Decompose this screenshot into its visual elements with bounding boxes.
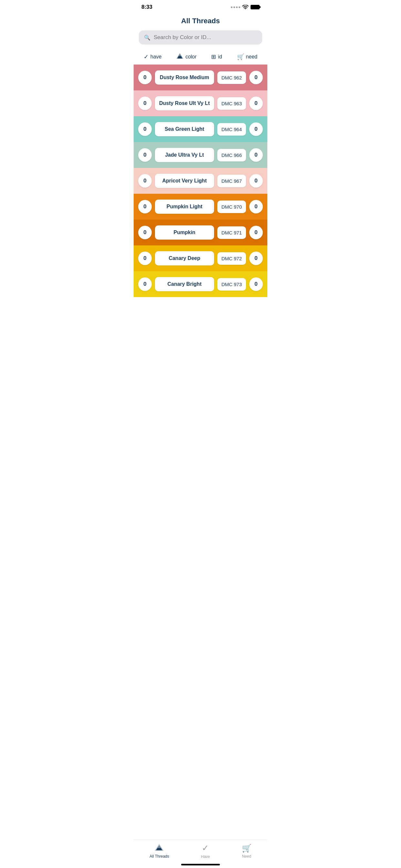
thread-row: 0 Dusty Rose Ult Vy Lt DMC 963 0 bbox=[134, 90, 267, 116]
check-icon: ✓ bbox=[144, 53, 149, 60]
thread-list: 0 Dusty Rose Medium DMC 962 0 0 Dusty Ro… bbox=[134, 65, 267, 326]
thread-row: 0 Canary Bright DMC 973 0 bbox=[134, 271, 267, 297]
filter-have-label: have bbox=[150, 54, 162, 60]
thread-row: 0 Jade Ultra Vy Lt DMC 966 0 bbox=[134, 142, 267, 168]
color-name-button[interactable]: Pumpkin bbox=[155, 225, 214, 240]
battery-icon bbox=[251, 5, 259, 9]
nav-have-icon: ✓ bbox=[202, 843, 209, 853]
thread-row: 0 Sea Green Light DMC 964 0 bbox=[134, 116, 267, 142]
signal-icon bbox=[231, 6, 240, 8]
status-bar: 8:33 bbox=[134, 0, 267, 13]
have-count[interactable]: 0 bbox=[138, 97, 152, 110]
have-count[interactable]: 0 bbox=[138, 252, 152, 265]
have-count[interactable]: 0 bbox=[138, 200, 152, 213]
thread-row: 0 Pumpkin DMC 971 0 bbox=[134, 220, 267, 245]
need-count[interactable]: 0 bbox=[249, 226, 263, 239]
have-count[interactable]: 0 bbox=[138, 226, 152, 239]
filter-color-label: color bbox=[185, 54, 197, 60]
dmc-badge[interactable]: DMC 967 bbox=[217, 175, 246, 187]
filter-bar: ✓ have color ⊞ id 🛒 need bbox=[134, 50, 267, 65]
thread-row: 0 Apricot Very Light DMC 967 0 bbox=[134, 168, 267, 194]
have-count[interactable]: 0 bbox=[138, 122, 152, 136]
color-name-button[interactable]: Dusty Rose Medium bbox=[155, 70, 214, 85]
wifi-icon bbox=[242, 5, 249, 9]
color-name-button[interactable]: Dusty Rose Ult Vy Lt bbox=[155, 96, 214, 111]
nav-have-label: Have bbox=[201, 855, 210, 859]
need-count[interactable]: 0 bbox=[249, 277, 263, 291]
nav-allthreads-label: All Threads bbox=[150, 854, 169, 859]
filter-id[interactable]: ⊞ id bbox=[211, 53, 222, 60]
need-count[interactable]: 0 bbox=[249, 252, 263, 265]
have-count[interactable]: 0 bbox=[138, 148, 152, 162]
have-count[interactable]: 0 bbox=[138, 174, 152, 188]
page-title: All Threads bbox=[134, 17, 267, 25]
color-name-button[interactable]: Jade Ultra Vy Lt bbox=[155, 148, 214, 162]
dmc-badge[interactable]: DMC 970 bbox=[217, 200, 246, 213]
need-count[interactable]: 0 bbox=[249, 97, 263, 110]
dmc-badge[interactable]: DMC 972 bbox=[217, 252, 246, 265]
nav-need-label: Need bbox=[242, 854, 251, 859]
filter-need[interactable]: 🛒 need bbox=[237, 53, 258, 60]
search-container: 🔍 bbox=[134, 30, 267, 50]
color-name-button[interactable]: Pumpkin Light bbox=[155, 199, 214, 214]
dmc-badge[interactable]: DMC 966 bbox=[217, 149, 246, 161]
filter-have[interactable]: ✓ have bbox=[144, 53, 162, 60]
color-name-button[interactable]: Canary Deep bbox=[155, 251, 214, 266]
search-bar[interactable]: 🔍 bbox=[139, 30, 262, 44]
status-time: 8:33 bbox=[142, 4, 152, 10]
dmc-badge[interactable]: DMC 973 bbox=[217, 278, 246, 290]
grid-icon: ⊞ bbox=[211, 53, 216, 60]
dmc-badge[interactable]: DMC 971 bbox=[217, 226, 246, 239]
need-count[interactable]: 0 bbox=[249, 200, 263, 213]
color-name-button[interactable]: Apricot Very Light bbox=[155, 174, 214, 188]
home-indicator bbox=[181, 864, 220, 865]
status-icons bbox=[231, 5, 259, 9]
thread-row: 0 Pumpkin Light DMC 970 0 bbox=[134, 194, 267, 220]
filter-id-label: id bbox=[218, 54, 222, 60]
have-count[interactable]: 0 bbox=[138, 71, 152, 84]
search-input[interactable] bbox=[154, 34, 257, 41]
nav-need-icon: 🛒 bbox=[242, 844, 251, 853]
nav-allthreads-icon bbox=[155, 844, 164, 853]
thread-row: 0 Canary Deep DMC 972 0 bbox=[134, 245, 267, 271]
dmc-badge[interactable]: DMC 964 bbox=[217, 123, 246, 135]
color-icon bbox=[176, 53, 183, 60]
search-icon: 🔍 bbox=[144, 35, 150, 41]
filter-color[interactable]: color bbox=[176, 53, 197, 60]
have-count[interactable]: 0 bbox=[138, 277, 152, 291]
page-header: All Threads bbox=[134, 13, 267, 30]
thread-row: 0 Dusty Rose Medium DMC 962 0 bbox=[134, 65, 267, 90]
dmc-badge[interactable]: DMC 963 bbox=[217, 97, 246, 110]
nav-need[interactable]: 🛒 Need bbox=[242, 844, 251, 859]
filter-need-label: need bbox=[246, 54, 258, 60]
need-count[interactable]: 0 bbox=[249, 174, 263, 188]
nav-all-threads[interactable]: All Threads bbox=[150, 844, 169, 859]
cart-icon: 🛒 bbox=[237, 53, 244, 60]
nav-have[interactable]: ✓ Have bbox=[201, 843, 210, 859]
color-name-button[interactable]: Canary Bright bbox=[155, 277, 214, 291]
need-count[interactable]: 0 bbox=[249, 122, 263, 136]
need-count[interactable]: 0 bbox=[249, 148, 263, 162]
color-name-button[interactable]: Sea Green Light bbox=[155, 122, 214, 136]
need-count[interactable]: 0 bbox=[249, 71, 263, 84]
dmc-badge[interactable]: DMC 962 bbox=[217, 71, 246, 84]
